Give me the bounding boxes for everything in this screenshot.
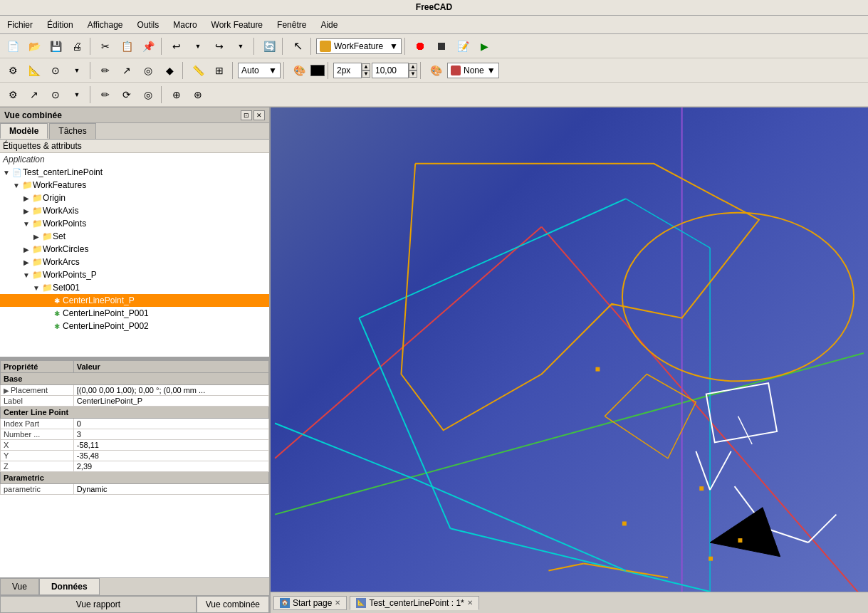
set-label: Set	[53, 231, 66, 241]
none-dropdown[interactable]: None ▼	[447, 63, 499, 78]
menu-macro[interactable]: Macro	[169, 19, 201, 31]
workbench-dropdown[interactable]: WorkFeature ▼	[316, 38, 402, 54]
tool-target[interactable]: ◎	[138, 61, 158, 80]
vue-combinee-btn[interactable]: Vue combinée	[197, 596, 269, 613]
color-picker-btn[interactable]: 🎨	[289, 61, 309, 80]
tree-workfeatures[interactable]: ▼ 📁 WorkFeatures	[0, 179, 269, 192]
tab-test-clp[interactable]: 📐 Test_centerLinePoint : 1* ✕	[350, 596, 479, 610]
workarcs-toggle[interactable]: ▶	[21, 257, 31, 267]
snap-btn4[interactable]: ✏	[95, 85, 115, 104]
tree-centerlinepoint-p[interactable]: ✱ CenterLinePoint_P	[0, 294, 269, 307]
workcircles-toggle[interactable]: ▶	[21, 244, 31, 254]
tool-angle[interactable]: 📐	[24, 61, 44, 80]
tree-centerlinepoint-p001[interactable]: ✱ CenterLinePoint_P001	[0, 307, 269, 320]
tree-origin[interactable]: ▶ 📁 Origin	[0, 192, 269, 204]
tool-circle[interactable]: ⊙	[46, 61, 66, 80]
print-btn[interactable]: 🖨	[67, 37, 87, 56]
tab-start-page[interactable]: 🏠 Start page ✕	[273, 596, 347, 610]
snap-btn3[interactable]: ⊙	[46, 85, 66, 104]
tree-workcircles[interactable]: ▶ 📁 WorkCircles	[0, 243, 269, 256]
undo-btn[interactable]: ↩	[167, 37, 187, 56]
tab-modele[interactable]: Modèle	[0, 123, 48, 139]
menu-workfeature[interactable]: Work Feature	[207, 19, 267, 31]
menu-affichage[interactable]: Affichage	[83, 19, 127, 31]
line-width-down[interactable]: ▼	[362, 70, 370, 78]
tree-centerlinepoint-p002[interactable]: ✱ CenterLinePoint_P002	[0, 320, 269, 332]
workpoints-p-toggle[interactable]: ▼	[21, 270, 31, 280]
snap-btn5[interactable]: ⟳	[117, 85, 137, 104]
redo-arrow-btn[interactable]: ▼	[231, 37, 251, 56]
tree-workarcs[interactable]: ▶ 📁 WorkArcs	[0, 256, 269, 268]
tree-workpoints[interactable]: ▼ 📁 WorkPoints	[0, 217, 269, 230]
panel-restore-btn[interactable]: ⊡	[241, 110, 252, 120]
etiquettes-bar: Étiquettes & attributs	[0, 140, 269, 153]
cut-btn[interactable]: ✂	[95, 37, 115, 56]
workaxis-toggle[interactable]: ▶	[21, 206, 31, 216]
snap-btn1[interactable]: ⚙	[3, 85, 23, 104]
tab-donnees[interactable]: Données	[39, 578, 100, 595]
snap-btn7[interactable]: ⊕	[167, 85, 187, 104]
point-size-up[interactable]: ▲	[409, 63, 417, 70]
paste-btn[interactable]: 📌	[138, 37, 158, 56]
vue-rapport-btn[interactable]: Vue rapport	[0, 596, 197, 613]
snap-btn6[interactable]: ◎	[138, 85, 158, 104]
tree-set[interactable]: ▶ 📁 Set	[0, 230, 269, 243]
record-btn[interactable]: ⏺	[410, 37, 430, 56]
macro-run-btn[interactable]: ▶	[474, 37, 494, 56]
menu-fichier[interactable]: Fichier	[3, 19, 37, 31]
prop-parametric-value: Dynamic	[73, 484, 268, 495]
refresh-btn[interactable]: 🔄	[259, 37, 279, 56]
tool-pen[interactable]: ✏	[95, 61, 115, 80]
workfeatures-toggle[interactable]: ▼	[11, 180, 21, 190]
tool-box-select[interactable]: ⊞	[209, 61, 229, 80]
pointer-btn[interactable]: ↖	[288, 37, 308, 56]
color2-btn[interactable]: 🎨	[426, 61, 446, 80]
set-toggle[interactable]: ▶	[31, 231, 41, 241]
tool-measure[interactable]: 📏	[188, 61, 208, 80]
tree-workaxis[interactable]: ▶ 📁 WorkAxis	[0, 204, 269, 217]
redo-btn[interactable]: ↪	[209, 37, 229, 56]
start-page-close-btn[interactable]: ✕	[335, 599, 340, 607]
origin-toggle[interactable]: ▶	[21, 193, 31, 203]
panel-close-btn[interactable]: ✕	[253, 110, 265, 120]
tool-snap[interactable]: ⚙	[3, 61, 23, 80]
line-width-input[interactable]	[333, 63, 362, 78]
tab-taches[interactable]: Tâches	[49, 123, 95, 139]
open-btn[interactable]: 📂	[24, 37, 44, 56]
tab-vue[interactable]: Vue	[0, 578, 39, 595]
stop-btn[interactable]: ⏹	[432, 37, 451, 56]
test-clp-close-btn[interactable]: ✕	[467, 599, 473, 607]
new-btn[interactable]: 📄	[3, 37, 23, 56]
menu-edition[interactable]: Édition	[43, 19, 78, 31]
menu-outils[interactable]: Outils	[133, 19, 164, 31]
prop-label: Label CenterLinePoint_P	[1, 396, 269, 407]
workpoints-toggle[interactable]: ▼	[21, 219, 31, 229]
draw-style-dropdown[interactable]: Auto ▼	[238, 63, 281, 78]
menu-aide[interactable]: Aide	[316, 19, 342, 31]
copy-btn[interactable]: 📋	[117, 37, 137, 56]
sep5	[310, 38, 313, 55]
menu-fenetre[interactable]: Fenêtre	[273, 19, 310, 31]
placement-expand-icon[interactable]: ▶	[4, 387, 9, 394]
tree-set001[interactable]: ▼ 📁 Set001	[0, 281, 269, 294]
set-folder-icon: 📁	[41, 231, 53, 242]
tool-circle-arrow[interactable]: ▼	[67, 61, 87, 80]
undo-arrow-btn[interactable]: ▼	[188, 37, 208, 56]
tree-root[interactable]: ▼ 📄 Test_centerLinePoint	[0, 166, 269, 179]
point-size-down[interactable]: ▼	[409, 70, 417, 78]
tool-cursor[interactable]: ↗	[117, 61, 137, 80]
snap-btn8[interactable]: ⊛	[188, 85, 208, 104]
viewport-3d[interactable]	[271, 108, 868, 592]
set001-toggle[interactable]: ▼	[31, 283, 41, 293]
point-size-input[interactable]	[372, 63, 409, 78]
line-width-up[interactable]: ▲	[362, 63, 370, 70]
tree-workpoints-p[interactable]: ▼ 📁 WorkPoints_P	[0, 268, 269, 281]
set001-folder-icon: 📁	[41, 282, 53, 293]
snap-btn3-arrow[interactable]: ▼	[67, 85, 87, 104]
tool-node[interactable]: ◆	[160, 61, 179, 80]
snap-btn2[interactable]: ↗	[24, 85, 44, 104]
macro-edit-btn[interactable]: 📝	[453, 37, 473, 56]
root-toggle[interactable]: ▼	[1, 167, 11, 177]
color-box[interactable]	[310, 65, 325, 76]
save-btn[interactable]: 💾	[46, 37, 66, 56]
